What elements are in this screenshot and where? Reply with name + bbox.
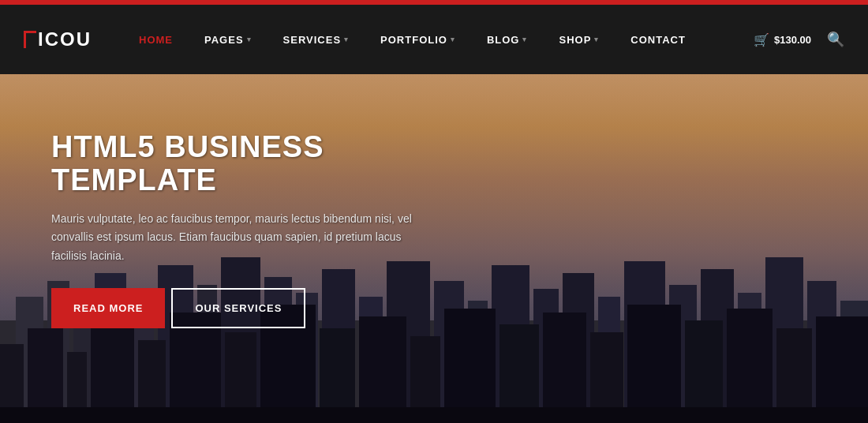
chevron-down-icon: ▾: [594, 36, 599, 43]
nav-item-contact[interactable]: CONTACT: [615, 5, 702, 74]
logo-bracket-icon: [24, 31, 36, 48]
chevron-down-icon: ▾: [247, 36, 252, 43]
search-icon: 🔍: [827, 32, 844, 47]
nav-item-pages[interactable]: PAGES ▾: [189, 5, 268, 74]
logo-text: ICOU: [38, 28, 92, 51]
search-button[interactable]: 🔍: [827, 31, 844, 48]
hero-description: Mauris vulputate, leo ac faucibus tempor…: [51, 210, 430, 266]
nav-item-home[interactable]: HOME: [123, 5, 189, 74]
our-services-button[interactable]: OUR SERVICES: [171, 288, 305, 328]
read-more-button[interactable]: READ MORE: [51, 288, 165, 328]
main-nav: ICOU HOME PAGES ▾ SERVICES ▾ PORTFOLIO ▾…: [0, 5, 868, 74]
cart-button[interactable]: 🛒 $130.00: [754, 32, 811, 47]
svg-rect-42: [627, 305, 681, 423]
nav-right: 🛒 $130.00 🔍: [754, 31, 844, 48]
nav-item-portfolio[interactable]: PORTFOLIO ▾: [365, 5, 471, 74]
svg-rect-44: [727, 309, 773, 423]
chevron-down-icon: ▾: [522, 36, 527, 43]
svg-rect-46: [816, 316, 868, 423]
svg-rect-36: [359, 316, 406, 423]
logo[interactable]: ICOU: [24, 28, 92, 51]
hero-title: HTML5 BUSINESS TEMPLATE: [51, 131, 493, 197]
chevron-down-icon: ▾: [344, 36, 349, 43]
cart-amount: $130.00: [774, 34, 811, 46]
hero-buttons: READ MORE OUR SERVICES: [51, 288, 493, 328]
nav-item-services[interactable]: SERVICES ▾: [268, 5, 365, 74]
nav-links: HOME PAGES ▾ SERVICES ▾ PORTFOLIO ▾ BLOG…: [123, 5, 754, 74]
nav-item-shop[interactable]: SHOP ▾: [543, 5, 615, 74]
chevron-down-icon: ▾: [451, 36, 455, 43]
svg-rect-32: [170, 313, 221, 423]
svg-rect-40: [543, 313, 586, 423]
hero-section: HTML5 BUSINESS TEMPLATE Mauris vulputate…: [0, 74, 868, 423]
svg-rect-47: [0, 407, 868, 423]
hero-content: HTML5 BUSINESS TEMPLATE Mauris vulputate…: [51, 131, 493, 328]
nav-item-blog[interactable]: BLOG ▾: [471, 5, 544, 74]
cart-icon: 🛒: [754, 32, 769, 47]
